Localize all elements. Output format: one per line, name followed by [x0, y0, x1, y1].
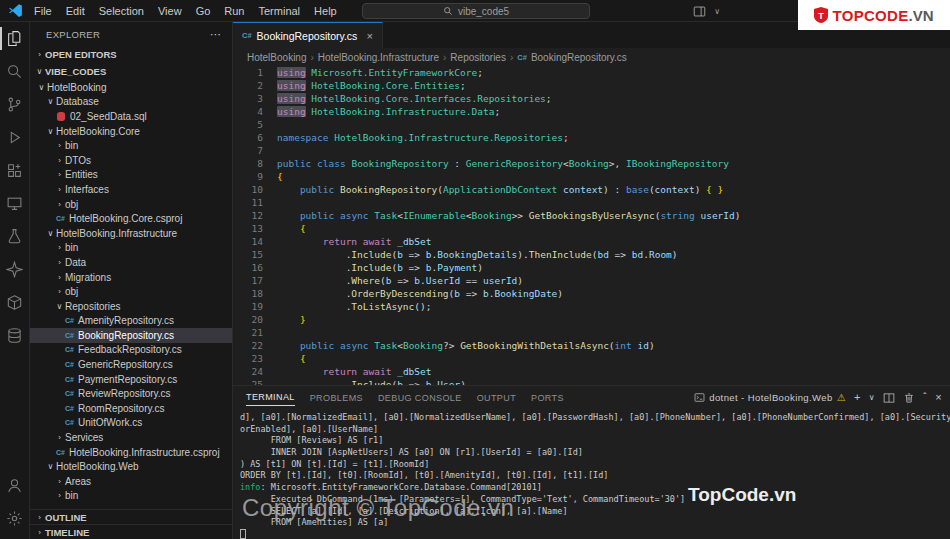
tab-close-icon[interactable]: × — [366, 30, 372, 42]
code-line[interactable]: 17 .Where(b => b.UserId == userId) — [233, 274, 950, 287]
tree-item-hotelbooking-infrastructure-csproj[interactable]: C#HotelBooking.Infrastructure.csproj — [30, 445, 232, 460]
code-line[interactable]: 22 public async Task<Booking?> GetBookin… — [233, 339, 950, 352]
code-line[interactable]: 23 { — [233, 352, 950, 365]
code-line[interactable]: 13 { — [233, 222, 950, 235]
code-line[interactable]: 11 — [233, 196, 950, 209]
tree-item-hotelbooking[interactable]: ∨HotelBooking — [30, 80, 232, 95]
close-panel-icon[interactable]: × — [935, 392, 942, 403]
tree-item-unitofwork-cs[interactable]: C#UnitOfWork.cs — [30, 416, 232, 431]
account-icon[interactable] — [0, 469, 30, 502]
testing-icon[interactable] — [0, 220, 30, 253]
breadcrumb-item[interactable]: HotelBooking.Infrastructure — [318, 52, 439, 63]
menu-go[interactable]: Go — [189, 5, 218, 17]
tree-item-areas[interactable]: ›Areas — [30, 474, 232, 489]
code-line[interactable]: 25 .Include(b => b.User) — [233, 378, 950, 385]
tree-item-paymentrepository-cs[interactable]: C#PaymentRepository.cs — [30, 372, 232, 387]
code-line[interactable]: 10 public BookingRepository(ApplicationD… — [233, 183, 950, 196]
tree-item-amenityrepository-cs[interactable]: C#AmenityRepository.cs — [30, 314, 232, 329]
code-line[interactable]: 6namespace HotelBooking.Infrastructure.R… — [233, 131, 950, 144]
tree-item-entities[interactable]: ›Entities — [30, 168, 232, 183]
open-editors-section[interactable]: › OPEN EDITORS — [30, 46, 232, 63]
extensions-icon[interactable] — [0, 154, 30, 187]
copilot-icon[interactable] — [0, 253, 30, 286]
database-icon[interactable] — [0, 319, 30, 352]
terminal-profile-chevron-icon[interactable]: ∨ — [869, 394, 875, 402]
code-editor[interactable]: 1using Microsoft.EntityFrameworkCore;2us… — [233, 66, 950, 385]
settings-gear-icon[interactable] — [0, 502, 30, 535]
tree-item-bin[interactable]: ›bin — [30, 489, 232, 504]
maximize-panel-chevron-icon[interactable]: ˆ — [923, 392, 927, 403]
code-line[interactable]: 1using Microsoft.EntityFrameworkCore; — [233, 66, 950, 79]
panel-tab-problems[interactable]: PROBLEMS — [310, 390, 363, 406]
code-line[interactable]: 7 — [233, 144, 950, 157]
tab-bookingrepository[interactable]: C# BookingRepository.cs × — [233, 22, 383, 48]
code-line[interactable]: 2using HotelBooking.Core.Entities; — [233, 79, 950, 92]
menu-file[interactable]: File — [27, 5, 59, 17]
breadcrumb-item[interactable]: BookingRepository.cs — [531, 52, 627, 63]
menu-help[interactable]: Help — [307, 5, 344, 17]
new-terminal-button[interactable]: + — [854, 392, 861, 403]
code-line[interactable]: 14 return await _dbSet — [233, 235, 950, 248]
menu-terminal[interactable]: Terminal — [252, 5, 308, 17]
tree-item-obj[interactable]: ›obj — [30, 197, 232, 212]
customize-layout-chevron-icon[interactable]: ∨ — [714, 7, 720, 16]
menu-edit[interactable]: Edit — [59, 5, 92, 17]
tree-item-02-seeddata-sql[interactable]: 02_SeedData.sql — [30, 109, 232, 124]
tree-item-dtos[interactable]: ›DTOs — [30, 153, 232, 168]
breadcrumb-item[interactable]: HotelBooking — [247, 52, 306, 63]
outline-section[interactable]: › OUTLINE — [30, 509, 232, 524]
search-icon[interactable] — [0, 55, 30, 88]
tree-item-hotelbooking-core[interactable]: ∨HotelBooking.Core — [30, 124, 232, 139]
workspace-section[interactable]: ∨ VIBE_CODES — [30, 63, 232, 80]
split-terminal-button[interactable] — [883, 392, 895, 404]
layout-panel-icon[interactable] — [693, 5, 706, 18]
tree-item-migrations[interactable]: ›Migrations — [30, 270, 232, 285]
menu-view[interactable]: View — [151, 5, 189, 17]
menu-run[interactable]: Run — [217, 5, 251, 17]
tree-item-hotelbooking-web[interactable]: ∨HotelBooking.Web — [30, 459, 232, 474]
tree-item-services[interactable]: ›Services — [30, 430, 232, 445]
code-line[interactable]: 18 .OrderByDescending(b => b.BookingDate… — [233, 287, 950, 300]
tree-item-interfaces[interactable]: ›Interfaces — [30, 182, 232, 197]
code-line[interactable]: 12 public async Task<IEnumerable<Booking… — [233, 209, 950, 222]
remote-explorer-icon[interactable] — [0, 187, 30, 220]
code-line[interactable]: 4using HotelBooking.Infrastructure.Data; — [233, 105, 950, 118]
tree-item-bin[interactable]: ›bin — [30, 138, 232, 153]
tree-item-roomrepository-cs[interactable]: C#RoomRepository.cs — [30, 401, 232, 416]
code-line[interactable]: 19 .ToListAsync(); — [233, 300, 950, 313]
tree-item-hotelbooking-core-csproj[interactable]: C#HotelBooking.Core.csproj — [30, 211, 232, 226]
tree-item-repositories[interactable]: ∨Repositories — [30, 299, 232, 314]
tree-item-data[interactable]: ›Data — [30, 255, 232, 270]
panel-tab-output[interactable]: OUTPUT — [477, 390, 516, 406]
panel-tab-ports[interactable]: PORTS — [531, 390, 564, 406]
tree-item-obj[interactable]: ›obj — [30, 284, 232, 299]
tree-item-bin[interactable]: ›bin — [30, 241, 232, 256]
docker-icon[interactable] — [0, 286, 30, 319]
more-actions-icon[interactable]: ⋯ — [210, 28, 222, 41]
source-control-icon[interactable] — [0, 88, 30, 121]
code-line[interactable]: 24 return await _dbSet — [233, 365, 950, 378]
panel-tab-terminal[interactable]: TERMINAL — [246, 389, 295, 406]
explorer-icon[interactable] — [0, 22, 30, 55]
run-debug-icon[interactable] — [0, 121, 30, 154]
code-line[interactable]: 5 — [233, 118, 950, 131]
kill-terminal-button[interactable] — [903, 392, 915, 404]
menu-selection[interactable]: Selection — [92, 5, 151, 17]
panel-tab-debug-console[interactable]: DEBUG CONSOLE — [378, 390, 462, 406]
breadcrumb-item[interactable]: Repositories — [450, 52, 506, 63]
terminal-session-label[interactable]: dotnet - HotelBooking.Web ⚠ — [694, 392, 846, 403]
code-line[interactable]: 21 — [233, 326, 950, 339]
tree-item-reviewrepository-cs[interactable]: C#ReviewRepository.cs — [30, 386, 232, 401]
tree-item-feedbackrepository-cs[interactable]: C#FeedbackRepository.cs — [30, 343, 232, 358]
code-line[interactable]: 3using HotelBooking.Core.Interfaces.Repo… — [233, 92, 950, 105]
tree-item-genericrepository-cs[interactable]: C#GenericRepository.cs — [30, 357, 232, 372]
command-center-search[interactable]: vibe_code5 — [362, 3, 590, 19]
code-line[interactable]: 20 } — [233, 313, 950, 326]
tree-item-hotelbooking-infrastructure[interactable]: ∨HotelBooking.Infrastructure — [30, 226, 232, 241]
code-line[interactable]: 8public class BookingRepository : Generi… — [233, 157, 950, 170]
tree-item-database[interactable]: ∨Database — [30, 95, 232, 110]
timeline-section[interactable]: › TIMELINE — [30, 524, 232, 539]
code-line[interactable]: 15 .Include(b => b.BookingDetails).ThenI… — [233, 248, 950, 261]
code-line[interactable]: 9{ — [233, 170, 950, 183]
tree-item-bookingrepository-cs[interactable]: C#BookingRepository.cs — [30, 328, 232, 343]
